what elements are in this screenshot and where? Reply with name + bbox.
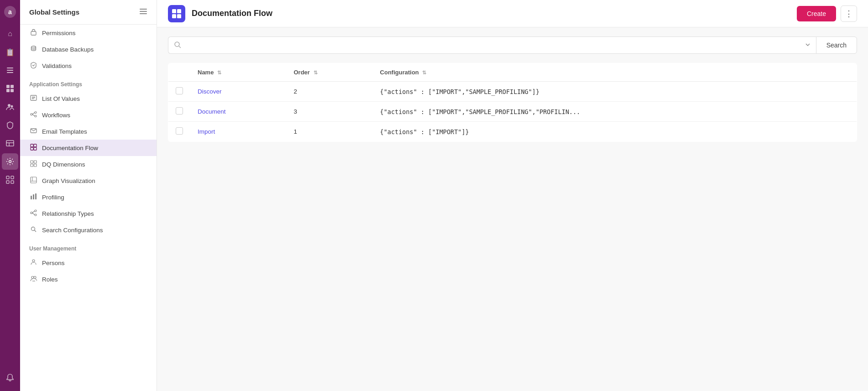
topbar-right: Create ⋮	[797, 5, 857, 22]
chevron-down-icon[interactable]	[805, 42, 810, 49]
svg-point-23	[31, 46, 36, 48]
sidebar-item-search-configurations[interactable]: Search Configurations	[20, 222, 157, 238]
sidebar-item-profiling[interactable]: Profiling	[20, 189, 157, 205]
sidebar-item-label: Search Configurations	[42, 227, 103, 234]
graph-icon	[29, 177, 37, 185]
nav-people-icon[interactable]	[2, 99, 18, 115]
name-sort-icon[interactable]: ⇅	[217, 70, 221, 75]
svg-rect-60	[177, 9, 181, 13]
search-config-icon	[29, 226, 37, 234]
row-checkbox-0[interactable]	[176, 87, 183, 94]
database-icon	[29, 45, 37, 53]
order-sort-icon[interactable]: ⇅	[314, 70, 318, 75]
sidebar-item-label: Profiling	[42, 194, 64, 201]
sidebar-item-graph-visualization[interactable]: Graph Visualization	[20, 172, 157, 189]
svg-point-48	[31, 212, 32, 214]
profiling-icon	[29, 193, 37, 201]
svg-point-63	[175, 42, 179, 47]
row-checkbox-2[interactable]	[176, 127, 183, 135]
svg-line-54	[34, 230, 36, 232]
sidebar-item-relationship-types[interactable]: Relationship Types	[20, 205, 157, 222]
svg-rect-35	[34, 144, 37, 147]
svg-rect-6	[10, 85, 14, 88]
configuration-sort-icon[interactable]: ⇅	[422, 70, 426, 75]
app-logo[interactable]: a	[2, 4, 18, 20]
list-icon	[29, 94, 37, 103]
svg-rect-39	[34, 161, 37, 163]
svg-rect-16	[11, 176, 14, 179]
svg-rect-40	[31, 164, 33, 167]
sidebar-item-list-of-values[interactable]: List Of Values	[20, 90, 157, 107]
row-name-1[interactable]: Document	[198, 108, 226, 115]
sidebar-item-email-templates[interactable]: Email Templates	[20, 123, 157, 140]
nav-tag-icon[interactable]	[2, 80, 18, 97]
sidebar-item-database-backups[interactable]: Database Backups	[20, 41, 157, 57]
application-settings-section-label: Application Settings	[20, 74, 157, 90]
sidebar-item-label: DQ Dimensions	[42, 161, 85, 168]
topbar-left: Documentation Flow	[168, 5, 272, 22]
sidebar-item-label: Workflows	[42, 112, 70, 119]
svg-rect-3	[7, 70, 13, 71]
svg-rect-5	[6, 85, 10, 88]
nav-home-icon[interactable]: ⌂	[2, 26, 18, 42]
sidebar-menu-icon[interactable]	[139, 7, 147, 17]
main-content: Documentation Flow Create ⋮	[157, 0, 868, 391]
row-config-cell: {"actions" : ["IMPORT"]}	[373, 122, 857, 142]
search-input-wrap	[168, 36, 816, 54]
sidebar-item-persons[interactable]: Persons	[20, 255, 157, 271]
data-table: Name ⇅ Order ⇅ Configuration ⇅	[168, 63, 857, 142]
svg-rect-61	[172, 14, 176, 18]
validations-icon	[29, 62, 37, 70]
sidebar-title: Global Settings	[29, 8, 79, 16]
svg-point-9	[8, 104, 10, 107]
sidebar-item-label: Graph Visualization	[42, 177, 95, 184]
sidebar-item-label: Persons	[42, 260, 65, 266]
svg-rect-2	[7, 68, 13, 68]
doc-flow-icon	[29, 144, 37, 152]
sidebar-item-documentation-flow[interactable]: Documentation Flow	[20, 140, 157, 156]
svg-point-10	[11, 105, 13, 108]
sidebar-item-roles[interactable]: Roles	[20, 271, 157, 287]
table-header-configuration[interactable]: Configuration ⇅	[373, 63, 857, 82]
svg-rect-47	[35, 193, 37, 199]
table-row: Import 1 {"actions" : ["IMPORT"]}	[168, 122, 857, 142]
sidebar-item-validations[interactable]: Validations	[20, 57, 157, 74]
svg-point-14	[9, 161, 11, 163]
svg-rect-11	[6, 141, 14, 146]
row-name-0[interactable]: Discover	[198, 88, 222, 95]
svg-rect-59	[172, 9, 176, 13]
search-icon	[174, 41, 181, 50]
nav-list-icon[interactable]	[2, 62, 18, 78]
more-options-button[interactable]: ⋮	[841, 5, 857, 22]
nav-bell-icon[interactable]	[2, 369, 18, 386]
svg-rect-15	[6, 176, 9, 179]
create-button[interactable]: Create	[797, 6, 836, 21]
svg-rect-4	[7, 72, 13, 73]
sidebar-item-dq-dimensions[interactable]: DQ Dimensions	[20, 156, 157, 172]
table-header-row: Name ⇅ Order ⇅ Configuration ⇅	[168, 63, 857, 82]
row-name-2[interactable]: Import	[198, 128, 215, 135]
search-input[interactable]	[185, 37, 801, 53]
icon-nav-bar: a ⌂ 📋	[0, 0, 20, 391]
sidebar-item-label: Database Backups	[42, 46, 94, 53]
sidebar-item-permissions[interactable]: Permissions	[20, 25, 157, 41]
row-checkbox-1[interactable]	[176, 107, 183, 115]
table-header-order[interactable]: Order ⇅	[286, 63, 372, 82]
svg-rect-19	[140, 9, 147, 10]
table-header-name[interactable]: Name ⇅	[190, 63, 286, 82]
svg-line-52	[32, 213, 35, 215]
nav-book-icon[interactable]: 📋	[2, 44, 18, 60]
svg-point-56	[31, 276, 34, 279]
row-order-cell: 3	[286, 102, 372, 122]
nav-grid-icon[interactable]	[2, 172, 18, 188]
nav-shield-icon[interactable]	[2, 117, 18, 133]
svg-rect-18	[11, 181, 14, 183]
svg-point-49	[35, 210, 37, 212]
svg-rect-7	[6, 89, 10, 92]
search-button[interactable]: Search	[816, 36, 857, 54]
sidebar-item-workflows[interactable]: Workflows	[20, 107, 157, 123]
svg-point-50	[35, 214, 37, 216]
nav-settings-icon[interactable]	[2, 153, 18, 170]
nav-table-icon[interactable]	[2, 135, 18, 151]
svg-line-51	[32, 211, 35, 213]
